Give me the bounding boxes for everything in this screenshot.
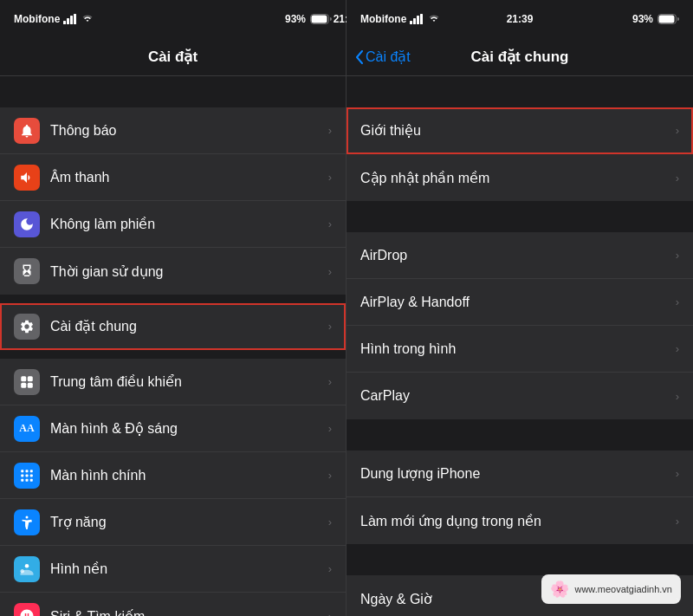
left-carrier: Mobifone (14, 13, 60, 25)
man-hinh-do-sang-label: Màn hình & Độ sáng (50, 420, 328, 437)
hinh-nen-chevron: › (328, 562, 332, 575)
man-hinh-chinh-label: Màn hình chính (50, 468, 328, 483)
right-gap-2 (346, 419, 693, 451)
cap-nhat-label: Cập nhật phần mềm (360, 170, 676, 186)
watermark-text: www.meovatgiadinh.vn (574, 584, 672, 594)
svg-rect-26 (659, 16, 675, 23)
left-settings-list: Thông báo › Âm thanh › Không làm p (0, 76, 346, 616)
svg-rect-3 (74, 14, 76, 24)
item-khong-lam-phien[interactable]: Không làm phiền › (0, 201, 346, 248)
right-nav-title: Cài đặt chung (471, 48, 569, 66)
hinh-trong-hinh-label: Hình trong hình (360, 341, 676, 357)
siri-label: Siri & Tìm kiếm (50, 608, 328, 617)
tro-nang-label: Trợ năng (50, 514, 328, 530)
svg-rect-0 (63, 21, 66, 24)
svg-rect-22 (413, 18, 416, 24)
accessibility-icon (19, 515, 35, 530)
item-tro-nang[interactable]: Trợ năng › (0, 499, 346, 546)
item-carplay[interactable]: CarPlay › (346, 373, 693, 419)
gioi-thieu-chevron: › (676, 124, 679, 137)
svg-rect-8 (21, 382, 26, 387)
right-top-gap (346, 76, 693, 107)
dung-luong-label: Dung lượng iPhone (360, 465, 676, 482)
left-nav-bar: Cài đặt (0, 38, 346, 76)
hinh-trong-hinh-chevron: › (676, 342, 679, 355)
top-gap (0, 76, 346, 107)
right-wifi-icon (427, 14, 441, 24)
svg-rect-7 (28, 376, 33, 381)
item-dung-luong[interactable]: Dung lượng iPhone › (346, 451, 693, 497)
svg-rect-14 (26, 474, 29, 477)
gioi-thieu-label: Giới thiệu (360, 122, 676, 139)
airplay-chevron: › (676, 295, 679, 308)
right-section-2: AirDrop › AirPlay & Handoff › Hình trong… (346, 232, 693, 419)
right-settings-list: Giới thiệu › Cập nhật phần mềm › AirDrop… (346, 76, 693, 616)
khong-lam-phien-chevron: › (328, 217, 332, 230)
cap-nhat-chevron: › (676, 172, 679, 185)
trung-tam-icon (14, 369, 40, 395)
hinh-nen-icon (14, 556, 40, 582)
man-hinh-chinh-chevron: › (328, 469, 332, 482)
siri-icon (14, 603, 40, 616)
svg-rect-18 (30, 478, 33, 481)
left-status-left: Mobifone (14, 13, 94, 25)
am-thanh-chevron: › (328, 171, 332, 184)
svg-rect-9 (28, 382, 33, 387)
item-man-hinh-chinh[interactable]: Màn hình chính › (0, 452, 346, 499)
back-button[interactable]: Cài đặt (355, 49, 411, 65)
lam-moi-chevron: › (676, 515, 679, 528)
control-center-icon (19, 374, 35, 390)
item-hinh-nen[interactable]: Hình nền › (0, 546, 346, 593)
svg-rect-12 (30, 470, 33, 472)
watermark: 🌸 www.meovatgiadinh.vn (541, 574, 681, 604)
dung-luong-chevron: › (676, 467, 679, 480)
item-thoi-gian-su-dung[interactable]: Thời gian sử dụng › (0, 248, 346, 295)
item-lam-moi[interactable]: Làm mới ứng dụng trong nền › (346, 497, 693, 544)
item-gioi-thieu[interactable]: Giới thiệu › (346, 107, 693, 154)
right-signal-icon (410, 14, 424, 24)
siri-chevron: › (328, 610, 332, 617)
item-hinh-trong-hinh[interactable]: Hình trong hình › (346, 326, 693, 373)
thoi-gian-icon (14, 258, 40, 284)
hinh-nen-label: Hình nền (50, 561, 328, 577)
item-trung-tam[interactable]: Trung tâm điều khiển › (0, 359, 346, 405)
back-label: Cài đặt (366, 49, 411, 65)
gap-1 (0, 295, 346, 303)
item-cai-dat-chung[interactable]: Cài đặt chung › (0, 303, 346, 350)
thoi-gian-chevron: › (328, 265, 332, 278)
item-siri[interactable]: Siri & Tìm kiếm › (0, 593, 346, 616)
right-section-1: Giới thiệu › Cập nhật phần mềm › (346, 107, 693, 201)
sound-icon (19, 170, 35, 185)
svg-rect-11 (26, 470, 29, 472)
item-airdrop[interactable]: AirDrop › (346, 232, 693, 279)
svg-rect-24 (420, 14, 423, 24)
airdrop-label: AirDrop (360, 248, 676, 263)
cai-dat-chung-label: Cài đặt chung (50, 318, 328, 334)
svg-rect-5 (312, 16, 327, 23)
svg-point-20 (25, 564, 29, 568)
wallpaper-icon (19, 561, 35, 577)
item-thong-bao[interactable]: Thông báo › (0, 107, 346, 154)
right-battery-icon (657, 14, 679, 24)
left-nav-title: Cài đặt (148, 48, 198, 66)
moon-icon (19, 217, 35, 232)
svg-rect-6 (21, 376, 26, 381)
item-am-thanh[interactable]: Âm thanh › (0, 154, 346, 201)
back-chevron-icon (355, 50, 364, 64)
airdrop-chevron: › (676, 249, 679, 262)
svg-rect-2 (70, 16, 73, 24)
man-hinh-do-sang-chevron: › (328, 422, 332, 435)
item-man-hinh-do-sang[interactable]: AA Màn hình & Độ sáng › (0, 405, 346, 452)
right-carrier: Mobifone (360, 13, 406, 25)
watermark-flower: 🌸 (550, 580, 569, 599)
left-battery-pct: 93% (285, 13, 306, 25)
man-hinh-do-sang-icon: AA (14, 416, 40, 442)
group-1: Thông báo › Âm thanh › Không làm p (0, 107, 346, 295)
gap-2 (0, 350, 346, 359)
trung-tam-label: Trung tâm điều khiển (50, 373, 328, 390)
right-section-3: Dung lượng iPhone › Làm mới ứng dụng tro… (346, 451, 693, 544)
right-status-right: 93% (632, 13, 679, 25)
item-cap-nhat[interactable]: Cập nhật phần mềm › (346, 154, 693, 201)
item-airplay-handoff[interactable]: AirPlay & Handoff › (346, 279, 693, 326)
left-status-bar: Mobifone 21:39 93% (0, 0, 346, 38)
